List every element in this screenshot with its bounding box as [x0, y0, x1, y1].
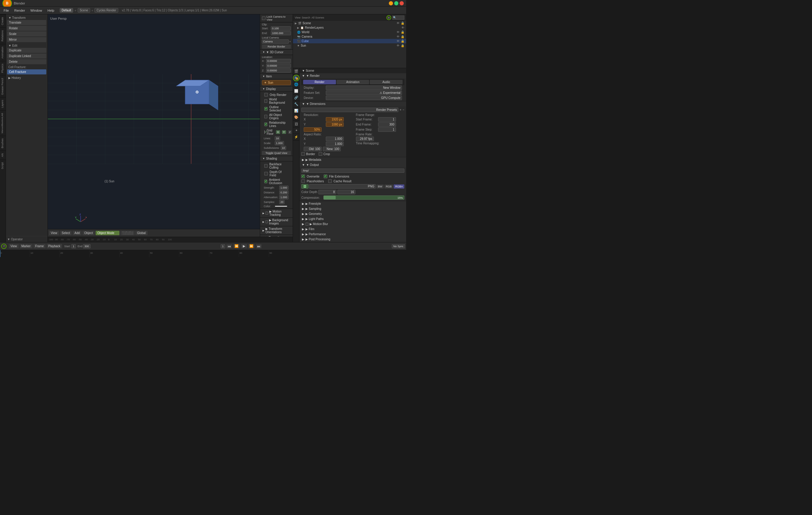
tab-grease-pencil[interactable]: Grease Pencil — [0, 75, 6, 98]
duplicate-btn[interactable]: Duplicate — [7, 48, 46, 53]
menu-window[interactable]: Window — [28, 8, 45, 13]
output-header[interactable]: ▼ ▼ Output — [299, 162, 406, 167]
display-section-toggle[interactable]: ▼ Display — [260, 86, 293, 92]
file-ext-checkbox[interactable] — [324, 174, 327, 178]
output-path[interactable]: /tmp/ — [301, 169, 404, 173]
viewport-object-btn[interactable]: Object — [82, 231, 95, 235]
transform-title[interactable]: ▼ Transform — [7, 16, 46, 20]
timeline-view-btn[interactable]: View — [9, 244, 19, 248]
toggle-quad-btn[interactable]: Toggle Quad View — [262, 151, 291, 155]
outliner-view-btn[interactable]: View — [295, 16, 300, 19]
prop-tab-physics[interactable]: ⚡ — [293, 134, 299, 140]
tab-script[interactable]: Script — [0, 160, 6, 171]
cursor-x-val[interactable]: 0.00000 — [266, 59, 291, 63]
presets-plus[interactable]: + — [400, 108, 401, 111]
camera-lock[interactable]: 🔒 — [401, 35, 404, 38]
rotate-btn[interactable]: Rotate — [7, 26, 46, 31]
rel-lines-checkbox[interactable] — [264, 123, 267, 126]
lines-val[interactable]: 16 — [275, 136, 280, 140]
prop-tab-render[interactable]: 🎬 — [293, 68, 299, 75]
distance-val[interactable]: 0.200 — [279, 190, 289, 195]
item-sun-btn[interactable]: ☀ Sun — [262, 80, 291, 85]
scale-val[interactable]: 1.000 — [275, 141, 284, 145]
audio-btn[interactable]: Audio — [370, 80, 403, 84]
motion-blur-checkbox[interactable] — [306, 223, 309, 226]
world-lock[interactable]: 🔒 — [401, 30, 404, 34]
y-axis-btn[interactable]: Y — [282, 130, 286, 134]
freestyle-header[interactable]: ▶ ▶ Freestyle — [299, 201, 406, 206]
backface-culling-checkbox[interactable] — [264, 164, 268, 168]
outline-selected-checkbox[interactable] — [264, 107, 268, 111]
metadata-header[interactable]: ▶ ▶ Metadata — [299, 157, 406, 162]
end-val[interactable]: 300 — [83, 244, 90, 248]
rgba-btn[interactable]: RGBA — [394, 184, 404, 189]
transform-orientations-toggle[interactable]: ▶ ▶ Transform Orientations — [260, 226, 293, 235]
jump-end-btn[interactable]: ⏭ — [256, 244, 262, 248]
edit-title[interactable]: ▼ Edit — [7, 43, 46, 48]
jump-start-btn[interactable]: ⏮ — [226, 244, 232, 248]
viewport-view-btn[interactable]: View — [49, 231, 59, 235]
outliner-search-btn[interactable]: Search — [301, 16, 310, 19]
geometry-header[interactable]: ▶ ▶ Geometry — [299, 211, 406, 216]
format-val[interactable]: PNG — [309, 184, 376, 189]
outliner-icon-btn[interactable]: ⊞ — [386, 15, 391, 20]
clip-start-val[interactable]: 0.100 — [271, 26, 291, 30]
prop-tab-data[interactable]: 📊 — [293, 108, 299, 114]
tab-an[interactable]: AN — [0, 151, 6, 160]
viewport-global-btn[interactable]: Global — [135, 231, 147, 235]
scene-badge[interactable]: Scene — [78, 8, 90, 12]
scale-btn[interactable]: Scale — [7, 31, 46, 36]
color-depth-val2[interactable]: 16 — [338, 190, 355, 194]
viewport-select-btn[interactable]: Select — [60, 231, 72, 235]
menu-render[interactable]: Render — [12, 8, 27, 13]
timeline-playback-btn[interactable]: Playback — [47, 244, 62, 248]
device-val[interactable]: GPU Compute — [326, 96, 402, 100]
prop-tab-scene[interactable]: 🎭 — [293, 75, 299, 81]
renderlayers-eye[interactable]: 👁 — [401, 26, 404, 29]
animation-btn[interactable]: Animation — [337, 80, 370, 84]
sync-val[interactable]: No Sync — [392, 244, 405, 248]
outliner-item-cube[interactable]: ⬛ Cube 👁 🔒 — [293, 39, 406, 43]
all-origins-checkbox[interactable] — [264, 115, 267, 118]
prev-frame-btn[interactable]: ⏪ — [233, 244, 240, 248]
film-header[interactable]: ▶ ▶ Film — [299, 226, 406, 232]
prop-tab-modifiers[interactable]: 🔧 — [293, 101, 299, 108]
res-x-val[interactable]: 1920 px — [326, 117, 344, 121]
sun-lock[interactable]: 🔒 — [401, 44, 404, 47]
time-old-val[interactable]: Old: 100 — [304, 147, 322, 151]
performance-header[interactable]: ▶ ▶ Performance — [299, 232, 406, 237]
compression-slider[interactable]: 15% — [323, 195, 404, 200]
framerate-val[interactable]: 29.97 fps — [356, 137, 374, 141]
cursor-section-toggle[interactable]: ▼ ▼ 3D Cursor — [260, 50, 293, 55]
sun-eye[interactable]: 👁 — [397, 44, 400, 47]
grid-floor-checkbox[interactable] — [264, 130, 265, 134]
delete-btn[interactable]: Delete — [7, 59, 46, 64]
color-depth-val[interactable]: 8 — [318, 190, 336, 194]
cursor-z-val[interactable]: 0.00000 — [266, 69, 291, 73]
strength-val[interactable]: 1.000 — [279, 186, 289, 190]
cube-eye[interactable]: 👁 — [397, 39, 400, 43]
tab-manuelbastionlab[interactable]: ManuelBastionLAB — [0, 110, 6, 136]
tab-layers[interactable]: Layers — [0, 97, 6, 110]
render-border-btn[interactable]: Render Border — [262, 45, 291, 49]
camera-eye[interactable]: 👁 — [397, 35, 400, 38]
camera-close-icon[interactable]: × — [289, 40, 291, 43]
tab-create[interactable]: Create — [0, 15, 6, 27]
mirror-btn[interactable]: Mirror — [7, 37, 46, 42]
clip-end-val[interactable]: 1000.000 — [271, 31, 291, 35]
attenuation-val[interactable]: 1.000 — [279, 195, 289, 199]
presets-minus[interactable]: − — [403, 108, 404, 111]
background-images-toggle[interactable]: ▶ ▶ Background Images — [260, 218, 293, 226]
placeholders-checkbox[interactable] — [301, 179, 305, 183]
sampling-header[interactable]: ▶ ▶ Sampling — [299, 206, 406, 211]
maximize-button[interactable] — [394, 1, 398, 5]
menu-file[interactable]: File — [1, 8, 11, 13]
minimize-button[interactable] — [389, 1, 393, 5]
shading-section-toggle[interactable]: ▼ Shading — [260, 156, 293, 161]
tab-animation[interactable]: Animation — [0, 44, 6, 61]
tab-brushes[interactable]: Brushes — [0, 136, 6, 151]
cursor-y-val[interactable]: 0.00000 — [266, 64, 291, 68]
viewport-icons-btn[interactable]: ⬛⬛⬛ — [120, 231, 135, 235]
outliner-item-camera[interactable]: 📷 Camera 👁 🔒 — [293, 34, 406, 39]
rgb-btn[interactable]: RGB — [384, 184, 393, 189]
